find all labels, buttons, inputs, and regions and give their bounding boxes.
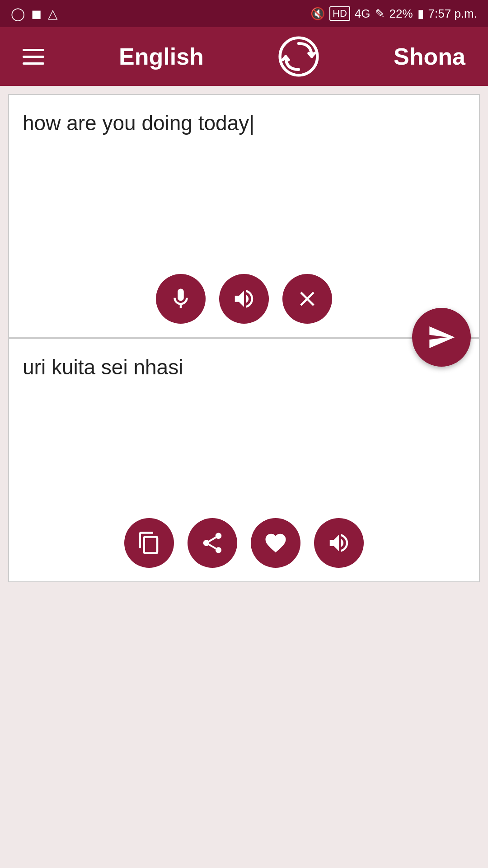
battery-icon: ▮ (418, 7, 424, 21)
bottom-area (0, 590, 488, 868)
image-icon: ◼ (31, 6, 42, 21)
hd-icon: HD (329, 6, 350, 21)
menu-button[interactable] (23, 49, 44, 65)
battery-text: 22% (389, 7, 413, 21)
source-text[interactable]: how are you doing today (23, 108, 465, 265)
signal-icon: ✎ (375, 7, 385, 21)
alert-icon: △ (48, 6, 58, 21)
main-content: how are you doing today (0, 86, 488, 868)
source-language-button[interactable]: English (119, 43, 204, 70)
status-bar: ◯ ◼ △ 🔇 HD 4G ✎ 22% ▮ 7:57 p.m. (0, 0, 488, 27)
share-button[interactable] (188, 518, 237, 568)
translated-text: uri kuita sei nhasi (23, 353, 465, 509)
microphone-button[interactable] (156, 274, 206, 324)
status-left-icons: ◯ ◼ △ (11, 6, 58, 21)
translate-button[interactable] (412, 308, 471, 367)
status-right-info: 🔇 HD 4G ✎ 22% ▮ 7:57 p.m. (310, 6, 477, 21)
target-language-button[interactable]: Shona (394, 43, 465, 70)
input-controls (23, 274, 465, 324)
clear-button[interactable] (282, 274, 332, 324)
input-section: how are you doing today (8, 94, 480, 338)
favorite-button[interactable] (251, 518, 300, 568)
copy-button[interactable] (124, 518, 174, 568)
whatsapp-icon: ◯ (11, 6, 25, 21)
time: 7:57 p.m. (428, 7, 477, 21)
network-icon: 4G (355, 7, 371, 21)
output-section: uri kuita sei nhasi (8, 338, 480, 582)
mute-icon: 🔇 (310, 7, 325, 21)
listen-target-button[interactable] (314, 518, 364, 568)
nav-bar: English Shona (0, 27, 488, 86)
listen-source-button[interactable] (219, 274, 269, 324)
output-controls (23, 518, 465, 568)
swap-languages-button[interactable] (278, 36, 319, 77)
